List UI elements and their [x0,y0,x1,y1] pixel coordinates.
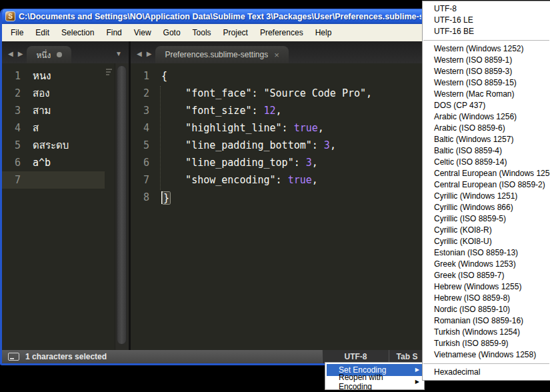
encoding-option-western-windows-1252[interactable]: Western (Windows 1252) [423,43,550,55]
menu-item-preferences[interactable]: Preferences [254,26,309,39]
encoding-option-vietnamese-windows-1258[interactable]: Vietnamese (Windows 1258) [423,349,550,361]
line-text: สาม [33,103,51,119]
right-code-area[interactable]: 1{2 "font_face": "Source Code Pro",3 "fo… [131,63,425,350]
status-cell-utf-8[interactable]: UTF-8 [322,350,389,363]
tab-label: Preferences.sublime-settings [165,50,268,59]
line-number: 6 [2,157,29,169]
encoding-option-cyrillic-windows-866[interactable]: Cyrillic (Windows 866) [423,202,550,213]
encoding-option-hexadecimal[interactable]: Hexadecimal [423,367,550,378]
encoding-option-western-iso-8859-15[interactable]: Western (ISO 8859-15) [423,77,550,89]
title-bar[interactable]: S C:\Documents and Settings\NO\Applicati… [2,9,425,24]
code-token: , [312,157,318,169]
encoding-option-baltic-windows-1257[interactable]: Baltic (Windows 1257) [423,134,550,145]
menu-item-selection[interactable]: Selection [55,26,100,39]
encoding-option-central-european-windows-1250[interactable]: Central European (Windows 1250) [423,168,550,179]
vertical-scrollbar[interactable] [115,63,129,350]
minimap[interactable] [105,63,115,350]
menu-item-file[interactable]: File [5,26,29,39]
encoding-option-nordic-iso-8859-10[interactable]: Nordic (ISO 8859-10) [423,304,550,315]
encoding-option-cyrillic-koi8-u[interactable]: Cyrillic (KOI8-U) [423,236,550,247]
selected-char: } [163,192,170,204]
code-token: "font_face": "Source Code Pro", [161,87,372,99]
code-token: true [288,174,312,186]
code-line[interactable]: 8} [131,189,425,206]
code-line[interactable]: 1หนง [2,67,105,85]
code-line[interactable]: 7 [2,171,105,189]
tab-nav-forward-icon[interactable]: ▶ [147,50,152,57]
line-number: 2 [131,87,157,99]
encoding-option-central-european-iso-8859-2[interactable]: Central European (ISO 8859-2) [423,179,550,191]
encoding-option-estonian-iso-8859-13[interactable]: Estonian (ISO 8859-13) [423,247,550,259]
code-token: { [161,70,167,82]
code-line[interactable]: 3สาม [2,102,105,119]
code-line[interactable]: 5 "line_padding_bottom": 3, [131,137,425,154]
encoding-option-hebrew-windows-1255[interactable]: Hebrew (Windows 1255) [423,281,550,293]
encoding-option-utf-8[interactable]: UTF-8 [423,3,550,15]
scrollbar-thumb[interactable] [117,65,127,345]
code-line[interactable]: 4ส [2,119,105,137]
line-text: "highlight_line": true, [161,122,324,134]
encoding-option-celtic-iso-8859-14[interactable]: Celtic (ISO 8859-14) [423,157,550,168]
encoding-option-western-mac-roman[interactable]: Western (Mac Roman) [423,89,550,100]
line-text: "show_encoding": true, [161,174,318,186]
code-line[interactable]: 1{ [131,67,425,85]
code-line[interactable]: 7 "show_encoding": true, [131,171,425,189]
code-token: "show_encoding": [161,174,288,186]
menu-item-goto[interactable]: Goto [157,26,187,39]
encoding-option-arabic-windows-1256[interactable]: Arabic (Windows 1256) [423,111,550,123]
menu-item-edit[interactable]: Edit [29,26,55,39]
code-line[interactable]: 2 "font_face": "Source Code Pro", [131,85,425,102]
menu-item-project[interactable]: Project [217,26,254,39]
encoding-option-western-iso-8859-1[interactable]: Western (ISO 8859-1) [423,55,550,66]
encoding-option-turkish-windows-1254[interactable]: Turkish (Windows 1254) [423,327,550,338]
line-number: 6 [131,157,157,169]
tab-overflow-icon[interactable]: ▼ [115,50,122,57]
line-text: a^b [33,157,51,169]
menu-item-help[interactable]: Help [309,26,338,39]
encoding-option-utf-16-le[interactable]: UTF-16 LE [423,15,550,26]
code-line[interactable]: 3 "font_size": 12, [131,102,425,119]
status-cell-tab-s[interactable]: Tab S [389,350,425,363]
tab-nav-arrows: ◀ ▶ [137,50,151,57]
encoding-option-western-iso-8859-3[interactable]: Western (ISO 8859-3) [423,66,550,77]
line-text: "font_face": "Source Code Pro", [161,87,372,99]
screen: { "titlebar": { "title": "C:\\Documents … [0,0,550,392]
code-token: true [294,122,318,134]
tab-nav-back-icon[interactable]: ◀ [8,50,13,57]
encoding-option-utf-16-be[interactable]: UTF-16 BE [423,26,550,37]
code-line[interactable]: 6 "line_padding_top": 3, [131,154,425,171]
code-line[interactable]: 4 "highlight_line": true, [131,119,425,137]
line-number: 7 [2,174,29,186]
tab-left-file[interactable]: หนึ่ง [27,46,71,63]
tab-close-icon[interactable]: × [274,51,279,59]
encoding-option-cyrillic-koi8-r[interactable]: Cyrillic (KOI8-R) [423,225,550,236]
menu-item-view[interactable]: View [128,26,157,39]
line-number: 5 [131,139,157,151]
tab-nav-back-icon[interactable]: ◀ [137,50,142,57]
encoding-option-baltic-iso-8859-4[interactable]: Baltic (ISO 8859-4) [423,145,550,157]
encoding-option-romanian-iso-8859-16[interactable]: Romanian (ISO 8859-16) [423,315,550,327]
code-line[interactable]: 5ดสระดบ [2,137,105,154]
encoding-option-dos-cp-437[interactable]: DOS (CP 437) [423,100,550,111]
encoding-option-cyrillic-iso-8859-5[interactable]: Cyrillic (ISO 8859-5) [423,213,550,225]
left-code-area[interactable]: 1หนง2สอง3สาม4ส5ดสระดบ6a^b7 [2,63,129,350]
code-token: 3 [306,157,312,169]
tab-nav-arrows: ◀ ▶ [8,50,23,57]
code-token: , [276,105,282,117]
context-menu: Set Encoding▶Reopen with Encoding▶ [325,362,425,390]
encoding-option-greek-iso-8859-7[interactable]: Greek (ISO 8859-7) [423,270,550,281]
tab-preferences-sublime-settings[interactable]: Preferences.sublime-settings × [155,46,288,63]
menu-item-tools[interactable]: Tools [187,26,217,39]
tab-nav-forward-icon[interactable]: ▶ [18,50,23,57]
code-line[interactable]: 2สอง [2,85,105,102]
encoding-option-cyrillic-windows-1251[interactable]: Cyrillic (Windows 1251) [423,191,550,202]
context-menu-item-reopen-with-encoding[interactable]: Reopen with Encoding▶ [327,376,423,388]
encoding-option-arabic-iso-8859-6[interactable]: Arabic (ISO 8859-6) [423,123,550,134]
encoding-option-hebrew-iso-8859-8[interactable]: Hebrew (ISO 8859-8) [423,293,550,304]
code-line[interactable]: 6a^b [2,154,105,171]
code-token: , [330,139,336,151]
selection-status-icon[interactable] [8,353,19,361]
menu-item-find[interactable]: Find [100,26,127,39]
encoding-option-greek-windows-1253[interactable]: Greek (Windows 1253) [423,259,550,270]
encoding-option-turkish-iso-8859-9[interactable]: Turkish (ISO 8859-9) [423,338,550,349]
